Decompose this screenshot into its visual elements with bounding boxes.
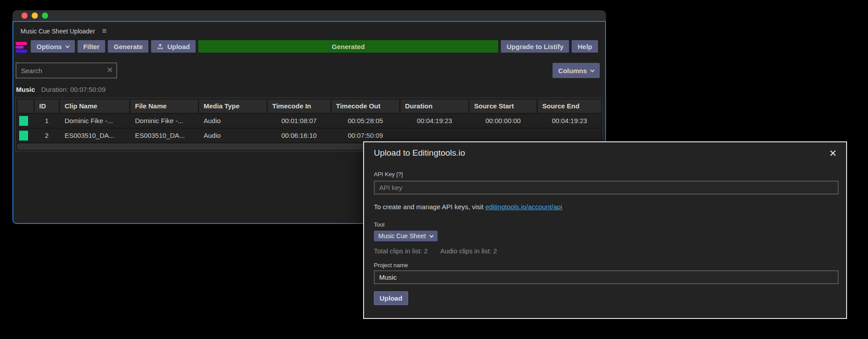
column-header-timecode-out[interactable]: Timecode Out	[332, 99, 399, 113]
cell-timecode-out: 00:05:28:05	[332, 114, 399, 128]
cell-media-type: Audio	[199, 114, 266, 128]
traffic-light-close-icon[interactable]	[21, 12, 28, 19]
cell-file-name: Dominic Fike -...	[131, 114, 198, 128]
cell-timecode-in: 00:06:16:10	[268, 129, 330, 142]
column-header-file-name[interactable]: File Name	[131, 99, 198, 113]
chevron-down-icon	[590, 68, 595, 72]
options-button[interactable]: Options	[31, 40, 75, 53]
search-row: ✕ Columns	[16, 62, 600, 79]
api-help-prefix: To create and manage API keys, visit	[374, 203, 485, 211]
audio-clips-stat: Audio clips in list: 2	[440, 247, 497, 255]
sequence-name: Music	[16, 86, 35, 93]
filter-button[interactable]: Filter	[78, 40, 106, 53]
desktop-background: Music Cue Sheet Uploader ≡ Options Filte…	[0, 0, 868, 339]
chevron-down-icon	[429, 233, 434, 238]
table-header-row: ID Clip Name File Name Media Type Timeco…	[17, 99, 601, 113]
project-name-input[interactable]	[374, 270, 839, 284]
dialog-title: Upload to Editingtools.io	[374, 148, 829, 158]
cell-clip-name: Dominic Fike -...	[60, 114, 129, 128]
cell-clip-name: ES003510_DA...	[60, 129, 129, 142]
cell-source-start: 00:00:00:00	[470, 114, 536, 128]
table-row[interactable]: 1 Dominic Fike -... Dominic Fike -... Au…	[17, 114, 601, 128]
generate-button-label: Generate	[114, 43, 143, 50]
cell-timecode-out: 00:07:50:09	[332, 129, 399, 142]
search-input[interactable]	[16, 62, 117, 79]
toolbar: Options Filter Generate Upload	[16, 40, 598, 53]
column-header-media-type[interactable]: Media Type	[199, 99, 266, 113]
close-icon[interactable]: ✕	[829, 149, 839, 158]
tool-label: Tool	[374, 221, 839, 228]
sequence-info: Music Duration: 00:07:50:09	[16, 86, 605, 93]
traffic-light-zoom-icon[interactable]	[42, 12, 48, 19]
upload-dialog: Upload to Editingtools.io ✕ API Key [?] …	[363, 141, 847, 319]
cell-duration: 00:04:19:23	[401, 114, 468, 128]
status-label: Generated	[332, 43, 365, 50]
columns-button-label: Columns	[558, 67, 587, 74]
upgrade-to-listify-button[interactable]: Upgrade to Listify	[501, 40, 569, 53]
panel-title: Music Cue Sheet Uploader	[20, 28, 95, 35]
clip-stats: Total clips in list: 2 Audio clips in li…	[374, 247, 839, 255]
columns-button[interactable]: Columns	[553, 63, 600, 78]
clear-search-icon[interactable]: ✕	[106, 65, 113, 75]
sequence-duration: Duration: 00:07:50:09	[41, 86, 106, 93]
total-clips-stat: Total clips in list: 2	[374, 247, 428, 255]
column-header-source-end[interactable]: Source End	[538, 99, 601, 113]
chevron-down-icon	[65, 44, 70, 48]
upgrade-button-label: Upgrade to Listify	[507, 43, 564, 50]
column-header-source-start[interactable]: Source Start	[470, 99, 536, 113]
upload-icon	[157, 43, 164, 50]
api-key-input[interactable]	[374, 181, 839, 194]
cell-timecode-in: 00:01:08:07	[268, 114, 330, 128]
dialog-upload-button[interactable]: Upload	[374, 291, 408, 305]
tool-dropdown[interactable]: Music Cue Sheet	[374, 231, 438, 241]
help-button-label: Help	[577, 43, 592, 50]
cell-media-type: Audio	[199, 129, 266, 142]
clip-color-swatch	[19, 116, 28, 126]
titlebar[interactable]	[12, 10, 606, 21]
column-header-color[interactable]	[17, 99, 33, 113]
generate-button[interactable]: Generate	[108, 40, 148, 53]
dialog-upload-button-label: Upload	[380, 294, 402, 302]
table-row[interactable]: 2 ES003510_DA... ES003510_DA... Audio 00…	[17, 129, 601, 142]
help-button[interactable]: Help	[572, 40, 598, 53]
traffic-light-minimize-icon[interactable]	[32, 12, 38, 19]
cell-source-end: 00:04:19:23	[538, 114, 601, 128]
options-button-label: Options	[37, 43, 62, 50]
panel-menu-icon[interactable]: ≡	[102, 27, 106, 35]
column-header-timecode-in[interactable]: Timecode In	[268, 99, 330, 113]
filter-button-label: Filter	[83, 43, 100, 50]
upload-button[interactable]: Upload	[151, 40, 196, 53]
upload-button-label: Upload	[167, 43, 190, 50]
column-header-duration[interactable]: Duration	[401, 99, 468, 113]
cell-id: 2	[35, 129, 59, 142]
api-key-label: API Key [?]	[374, 171, 839, 178]
cell-file-name: ES003510_DA...	[131, 129, 198, 142]
api-help-text: To create and manage API keys, visit edi…	[374, 203, 839, 211]
cell-id: 1	[35, 114, 59, 128]
project-name-label: Project name	[374, 262, 839, 269]
api-help-link[interactable]: editingtools.io/account/api	[485, 203, 562, 211]
status-bar: Generated	[198, 40, 498, 53]
clip-color-swatch	[19, 131, 28, 141]
column-header-id[interactable]: ID	[35, 99, 59, 113]
tool-dropdown-value: Music Cue Sheet	[378, 232, 426, 240]
editingtools-logo-icon	[16, 40, 28, 53]
column-header-clip-name[interactable]: Clip Name	[60, 99, 129, 113]
